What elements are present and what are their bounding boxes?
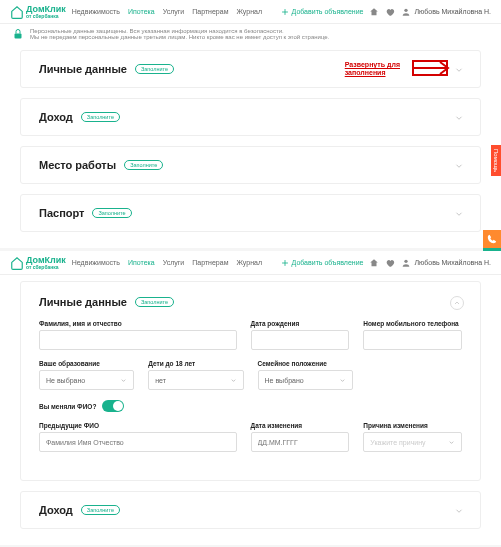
nav-journal[interactable]: Журнал [236, 8, 262, 15]
main-nav: Недвижимость Ипотека Услуги Партнерам Жу… [72, 8, 262, 15]
changed-name-toggle[interactable] [102, 400, 124, 412]
chevron-down-icon [120, 377, 127, 384]
fill-badge: Заполните [92, 208, 131, 218]
chevron-down-icon [454, 209, 464, 219]
kids-select[interactable]: нет [148, 370, 243, 390]
change-date-input[interactable] [251, 432, 350, 452]
form-content: Личные данные Заполните Фамилия, имя и о… [0, 275, 501, 545]
chevron-down-icon [454, 65, 464, 75]
field-fio: Фамилия, имя и отчество [39, 320, 237, 350]
svg-point-3 [405, 259, 408, 262]
section-work[interactable]: Место работы Заполните [20, 146, 481, 184]
fill-badge: Заполните [81, 112, 120, 122]
label: Ваше образование [39, 360, 134, 367]
user-menu[interactable]: Любовь Михайловна Н. [401, 7, 491, 17]
field-prev-fio: Предыдущие ФИО [39, 422, 237, 452]
annotation-arrow-icon [412, 59, 456, 77]
sections-list: Личные данные Заполните Развернуть дляза… [0, 44, 501, 248]
nav-services[interactable]: Услуги [163, 8, 185, 15]
nav-partners[interactable]: Партнерам [192, 259, 228, 266]
plus-icon [280, 258, 290, 268]
notice-line2: Мы не передаем персональные данные треть… [30, 34, 329, 40]
header: ДомКликот сбербанка Недвижимость Ипотека… [0, 0, 501, 24]
field-reason: Причина изменения Укажите причину [363, 422, 462, 452]
reason-select[interactable]: Укажите причину [363, 432, 462, 452]
svg-point-0 [405, 8, 408, 11]
logo[interactable]: ДомКликот сбербанка [10, 255, 66, 270]
chevron-down-icon [339, 377, 346, 384]
phone-icon [487, 234, 497, 244]
section-title: Личные данные [39, 63, 127, 75]
header: ДомКликот сбербанка Недвижимость Ипотека… [0, 251, 501, 275]
main-nav: Недвижимость Ипотека Услуги Партнерам Жу… [72, 259, 262, 266]
field-change-date: Дата изменения [251, 422, 350, 452]
section-title: Место работы [39, 159, 116, 171]
section-title: Личные данные [39, 296, 127, 308]
user-icon [401, 7, 411, 17]
heart-icon[interactable] [385, 258, 395, 268]
privacy-notice: Персональные данные защищены. Вся указан… [0, 24, 501, 44]
fill-badge: Заполните [135, 64, 174, 74]
lock-icon [12, 28, 24, 40]
label: Фамилия, имя и отчество [39, 320, 237, 327]
phone-tab[interactable] [483, 230, 501, 248]
user-menu[interactable]: Любовь Михайловна Н. [401, 258, 491, 268]
section-personal[interactable]: Личные данные Заполните Развернуть дляза… [20, 50, 481, 88]
chevron-down-icon [454, 506, 464, 516]
marital-select[interactable]: Не выбрано [258, 370, 353, 390]
screenshot-collapsed: ДомКликот сбербанка Недвижимость Ипотека… [0, 0, 501, 248]
section-passport[interactable]: Паспорт Заполните [20, 194, 481, 232]
fio-input[interactable] [39, 330, 237, 350]
fill-badge: Заполните [124, 160, 163, 170]
field-education: Ваше образование Не выбрано [39, 360, 134, 390]
label: Дата рождения [251, 320, 350, 327]
section-title: Доход [39, 111, 73, 123]
label: Номер мобильного телефона [363, 320, 462, 327]
phone-input[interactable] [363, 330, 462, 350]
help-tab[interactable]: Помощь [491, 145, 501, 176]
dob-input[interactable] [251, 330, 350, 350]
nav-realty[interactable]: Недвижимость [72, 259, 120, 266]
chevron-down-icon [448, 439, 455, 446]
heart-icon[interactable] [385, 7, 395, 17]
chevron-down-icon [454, 161, 464, 171]
svg-rect-1 [15, 34, 22, 39]
home-icon[interactable] [369, 258, 379, 268]
label: Дети до 18 лет [148, 360, 243, 367]
education-select[interactable]: Не выбрано [39, 370, 134, 390]
fill-badge: Заполните [135, 297, 174, 307]
house-icon [10, 5, 24, 19]
nav-mortgage[interactable]: Ипотека [128, 8, 155, 15]
label: Причина изменения [363, 422, 462, 429]
add-listing-button[interactable]: Добавить объявление [280, 7, 364, 17]
nav-mortgage[interactable]: Ипотека [128, 259, 155, 266]
nav-services[interactable]: Услуги [163, 259, 185, 266]
nav-realty[interactable]: Недвижимость [72, 8, 120, 15]
section-title: Паспорт [39, 207, 84, 219]
section-income[interactable]: Доход Заполните [20, 491, 481, 529]
label: Дата изменения [251, 422, 350, 429]
home-icon[interactable] [369, 7, 379, 17]
plus-icon [280, 7, 290, 17]
label: Предыдущие ФИО [39, 422, 237, 429]
chevron-down-icon [454, 113, 464, 123]
screenshot-expanded: ДомКликот сбербанка Недвижимость Ипотека… [0, 251, 501, 545]
field-phone: Номер мобильного телефона [363, 320, 462, 350]
add-listing-button[interactable]: Добавить объявление [280, 258, 364, 268]
personal-form: Личные данные Заполните Фамилия, имя и о… [20, 281, 481, 481]
prev-fio-input[interactable] [39, 432, 237, 452]
changed-name-row: Вы меняли ФИО? [39, 400, 462, 412]
collapse-button[interactable] [450, 296, 464, 310]
nav-partners[interactable]: Партнерам [192, 8, 228, 15]
expand-annotation: Развернуть длязаполнения [345, 61, 400, 78]
field-marital: Семейное положение Не выбрано [258, 360, 353, 390]
label: Семейное положение [258, 360, 353, 367]
nav-journal[interactable]: Журнал [236, 259, 262, 266]
logo[interactable]: ДомКликот сбербанка [10, 4, 66, 19]
user-icon [401, 258, 411, 268]
house-icon [10, 256, 24, 270]
label: Вы меняли ФИО? [39, 403, 96, 410]
section-income[interactable]: Доход Заполните [20, 98, 481, 136]
field-kids: Дети до 18 лет нет [148, 360, 243, 390]
chevron-down-icon [230, 377, 237, 384]
